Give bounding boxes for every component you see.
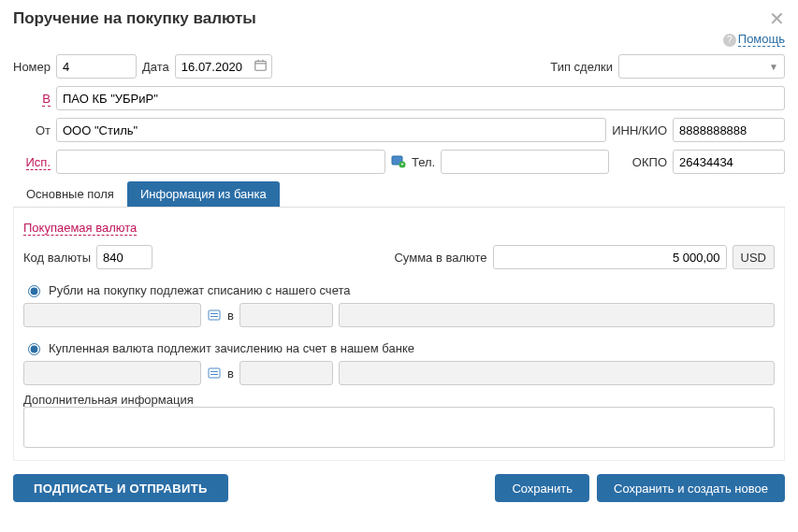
tab-bank-info[interactable]: Информация из банка xyxy=(127,181,280,207)
save-and-new-button[interactable]: Сохранить и создать новое xyxy=(597,474,785,502)
debit-bank-code-input[interactable] xyxy=(239,303,333,327)
number-input[interactable] xyxy=(56,54,137,79)
isp-input[interactable] xyxy=(56,150,385,174)
debit-account-input[interactable] xyxy=(23,303,201,327)
deal-type-label: Тип сделки xyxy=(550,60,613,74)
credit-radio-label: Купленная валюта подлежит зачислению на … xyxy=(49,341,414,355)
amount-input[interactable] xyxy=(493,245,727,269)
currency-badge: USD xyxy=(733,245,775,269)
in-label[interactable]: В xyxy=(42,92,51,107)
svg-rect-7 xyxy=(210,313,218,314)
tel-input[interactable] xyxy=(441,150,609,174)
currency-code-label: Код валюты xyxy=(23,251,91,265)
page-title: Поручение на покупку валюты xyxy=(13,9,256,28)
debit-bank-name-input[interactable] xyxy=(339,303,775,327)
addinfo-textarea[interactable] xyxy=(23,407,775,448)
debit-radio-label: Рубли на покупку подлежат списанию с наш… xyxy=(49,283,350,297)
debit-note-icon[interactable] xyxy=(207,309,222,322)
svg-rect-11 xyxy=(210,374,218,375)
okpo-label: ОКПО xyxy=(632,155,667,169)
chevron-down-icon: ▼ xyxy=(769,62,778,72)
sign-send-button[interactable]: ПОДПИСАТЬ И ОТПРАВИТЬ xyxy=(13,474,228,502)
buy-currency-section[interactable]: Покупаемая валюта xyxy=(23,221,137,236)
bank-input[interactable] xyxy=(56,86,785,110)
isp-label[interactable]: Исп. xyxy=(26,155,51,170)
inn-label: ИНН/КИО xyxy=(612,123,667,137)
help-icon: ? xyxy=(723,34,736,47)
svg-rect-10 xyxy=(210,371,218,372)
svg-rect-8 xyxy=(210,316,218,317)
currency-code-input[interactable] xyxy=(96,245,152,269)
from-label: От xyxy=(13,123,51,137)
help-link[interactable]: Помощь xyxy=(738,32,785,47)
credit-bank-name-input[interactable] xyxy=(339,361,775,385)
credit-account-input[interactable] xyxy=(23,361,201,385)
number-label: Номер xyxy=(13,60,51,74)
credit-radio[interactable] xyxy=(28,343,40,355)
amount-label: Сумма в валюте xyxy=(394,251,486,265)
credit-note-icon[interactable] xyxy=(207,367,222,380)
okpo-input[interactable] xyxy=(673,150,785,174)
deal-type-select[interactable]: ▼ xyxy=(618,54,785,79)
tab-main[interactable]: Основные поля xyxy=(13,181,127,207)
close-icon[interactable]: ✕ xyxy=(769,9,785,28)
credit-v-label: в xyxy=(227,367,234,381)
svg-rect-9 xyxy=(209,368,220,378)
credit-bank-code-input[interactable] xyxy=(239,361,333,385)
svg-rect-6 xyxy=(209,310,220,320)
debit-v-label: в xyxy=(227,309,234,323)
contact-icon[interactable] xyxy=(391,155,406,168)
tel-label: Тел. xyxy=(412,155,435,169)
svg-rect-0 xyxy=(255,61,266,70)
save-button[interactable]: Сохранить xyxy=(495,474,589,502)
date-label: Дата xyxy=(142,60,169,74)
from-input[interactable] xyxy=(56,118,606,142)
debit-radio[interactable] xyxy=(28,285,40,297)
calendar-icon[interactable] xyxy=(254,59,267,74)
inn-input[interactable] xyxy=(673,118,785,142)
addinfo-label: Дополнительная информация xyxy=(23,393,194,407)
